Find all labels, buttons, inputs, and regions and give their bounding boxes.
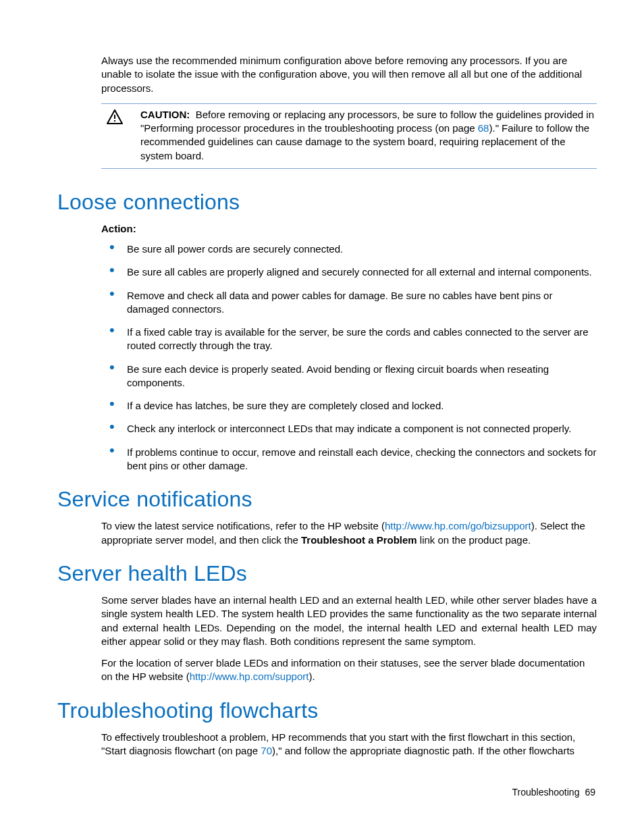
troubleshoot-link-name: Troubleshoot a Problem <box>301 534 417 546</box>
caution-label: CAUTION: <box>140 109 190 120</box>
heading-troubleshooting-flowcharts: Troubleshooting flowcharts <box>57 696 597 725</box>
heading-loose-connections: Loose connections <box>57 188 597 217</box>
list-item: If problems continue to occur, remove an… <box>101 446 597 473</box>
list-item: Be sure each device is properly seated. … <box>101 363 597 390</box>
list-item: If a fixed cable tray is available for t… <box>101 325 597 353</box>
document-page: Always use the recommended minimum confi… <box>0 0 644 834</box>
server-health-p2: For the location of server blade LEDs an… <box>101 656 597 684</box>
service-notifications-paragraph: To view the latest service notifications… <box>101 519 597 547</box>
list-item: Be sure all power cords are securely con… <box>101 242 597 256</box>
svg-rect-1 <box>114 120 115 122</box>
page-link-68[interactable]: 68 <box>478 122 489 134</box>
list-item: If a device has latches, be sure they ar… <box>101 399 597 413</box>
svg-rect-0 <box>114 115 115 119</box>
caution-text: CAUTION: Before removing or replacing an… <box>140 108 597 163</box>
list-item: Check any interlock or interconnect LEDs… <box>101 422 597 436</box>
action-list: Be sure all power cords are securely con… <box>101 242 597 473</box>
caution-callout: CAUTION: Before removing or replacing an… <box>101 103 597 169</box>
server-health-p1: Some server blades have an internal heal… <box>101 594 597 648</box>
link-hp-support[interactable]: http://www.hp.com/support <box>190 671 309 682</box>
list-item: Remove and check all data and power cabl… <box>101 289 597 317</box>
page-number: 69 <box>585 787 595 798</box>
page-link-70[interactable]: 70 <box>261 745 272 756</box>
link-bizsupport[interactable]: http://www.hp.com/go/bizsupport <box>385 520 531 531</box>
heading-server-health-leds: Server health LEDs <box>57 559 597 588</box>
footer-section-label: Troubleshooting <box>512 787 580 798</box>
caution-icon <box>101 108 128 124</box>
flowcharts-paragraph: To effectively troubleshoot a problem, H… <box>101 731 597 758</box>
intro-paragraph: Always use the recommended minimum confi… <box>101 54 597 95</box>
page-footer: Troubleshooting69 <box>512 786 595 799</box>
action-label: Action: <box>101 222 597 236</box>
list-item: Be sure all cables are properly aligned … <box>101 265 597 279</box>
heading-service-notifications: Service notifications <box>57 485 597 514</box>
